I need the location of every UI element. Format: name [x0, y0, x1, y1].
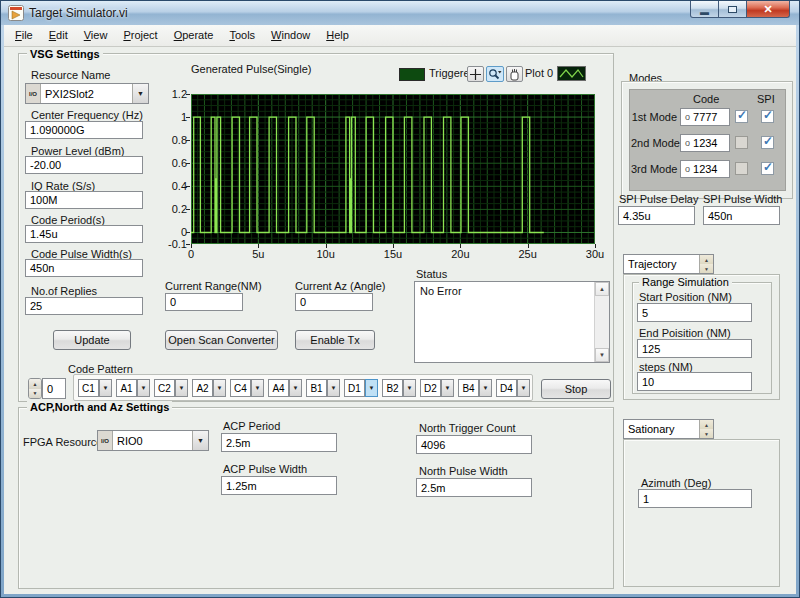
- code-slot-b4[interactable]: B4: [458, 379, 479, 397]
- current-az-value: 0: [295, 293, 373, 311]
- steps-nm-field[interactable]: 10: [637, 372, 752, 391]
- 3rd-mode-code-field[interactable]: o1234: [680, 160, 730, 178]
- spinner-down-icon[interactable]: ▼: [700, 429, 713, 438]
- code-slot-c2-dropdown[interactable]: ▼: [175, 379, 188, 397]
- menu-item-help[interactable]: Help: [318, 25, 357, 46]
- enable-tx-button[interactable]: Enable Tx: [295, 330, 375, 350]
- 2nd-mode-code-field[interactable]: o1234: [680, 134, 730, 152]
- x-tick-label-25u: 25u: [518, 248, 536, 260]
- 1st-mode-code-field[interactable]: o7777: [680, 108, 730, 126]
- plot-legend-label: Plot 0: [525, 67, 553, 79]
- 1st-mode-code-checkbox[interactable]: [735, 110, 748, 123]
- 2nd-mode-code-checkbox[interactable]: [735, 136, 748, 149]
- code-period-s-field[interactable]: 1.45u: [25, 225, 143, 243]
- code-slot-b1-dropdown[interactable]: ▼: [327, 379, 340, 397]
- code-slot-a1[interactable]: A1: [116, 379, 137, 397]
- spinner-down-icon[interactable]: ▼: [700, 264, 713, 273]
- code-slot-d1-dropdown[interactable]: ▼: [365, 379, 378, 397]
- code-pulse-width-s-field[interactable]: 450n: [25, 259, 143, 277]
- code-slot-c2[interactable]: C2: [154, 379, 175, 397]
- code-slot-b2-dropdown[interactable]: ▼: [403, 379, 416, 397]
- iq-rate-s-s-field[interactable]: 100M: [25, 191, 143, 209]
- menu-item-edit[interactable]: Edit: [41, 25, 76, 46]
- y-tick-mark: [186, 94, 190, 95]
- code-slot-c4[interactable]: C4: [230, 379, 251, 397]
- menu-item-tools[interactable]: Tools: [221, 25, 263, 46]
- north-trigger-count-field[interactable]: 4096: [416, 435, 532, 454]
- menu-item-window[interactable]: Window: [263, 25, 318, 46]
- fpga-resource-combo[interactable]: I/O RIO0 ▼: [97, 430, 209, 451]
- power-level-dbm-field[interactable]: -20.00: [25, 156, 143, 174]
- spinner-up-icon[interactable]: ▲: [700, 420, 713, 429]
- maximize-button[interactable]: [719, 1, 747, 18]
- close-button[interactable]: ✕: [747, 1, 790, 18]
- open-scan-converter-button[interactable]: Open Scan Converter: [165, 330, 278, 350]
- chevron-down-icon[interactable]: ▼: [132, 84, 148, 103]
- scroll-down-icon[interactable]: ▼: [595, 348, 609, 362]
- update-button[interactable]: Update: [53, 330, 131, 350]
- resource-name-combo[interactable]: I/O PXI2Slot2 ▼: [25, 83, 149, 104]
- code-slot-d4-dropdown[interactable]: ▼: [517, 379, 530, 397]
- 1st-mode-spi-checkbox[interactable]: [761, 110, 774, 123]
- menu-item-operate[interactable]: Operate: [166, 25, 222, 46]
- plot-legend-swatch[interactable]: [557, 66, 586, 81]
- x-tick-label-0: 0: [188, 248, 194, 260]
- no-of-replies-field[interactable]: 25: [25, 297, 143, 315]
- code-slot-b4-dropdown[interactable]: ▼: [479, 379, 492, 397]
- menu-item-project[interactable]: Project: [115, 25, 165, 46]
- status-box[interactable]: No Error ▲ ▼: [414, 281, 610, 363]
- code-slot-a4[interactable]: A4: [268, 379, 289, 397]
- chevron-down-icon[interactable]: ▼: [192, 431, 208, 450]
- spi-pulse-width-field[interactable]: 450n: [703, 206, 780, 225]
- 3rd-mode-spi-checkbox[interactable]: [761, 162, 774, 175]
- x-tick-mark: [326, 244, 327, 248]
- 2nd-mode-label: 2nd Mode: [631, 137, 677, 149]
- minimize-button[interactable]: ▬: [690, 1, 719, 18]
- azimuth-field[interactable]: 1: [638, 489, 752, 508]
- code-pattern-index-value[interactable]: 0: [42, 378, 66, 399]
- code-slot-b1[interactable]: B1: [306, 379, 327, 397]
- 3rd-mode-code-checkbox[interactable]: [735, 162, 748, 175]
- code-slot-d2[interactable]: D2: [420, 379, 441, 397]
- spinner-up-icon[interactable]: ▲: [29, 379, 41, 389]
- zoom-tool-button[interactable]: [486, 66, 504, 82]
- code-slot-a1-dropdown[interactable]: ▼: [137, 379, 150, 397]
- scroll-up-icon[interactable]: ▲: [595, 282, 609, 296]
- acp-pulse-width-field[interactable]: 1.25m: [221, 476, 337, 495]
- code-slot-c1[interactable]: C1: [78, 379, 99, 397]
- ring-spinner[interactable]: ▲▼: [699, 420, 713, 438]
- spi-pulse-delay-field[interactable]: 4.35u: [618, 206, 695, 225]
- code-slot-c1-dropdown[interactable]: ▼: [99, 379, 112, 397]
- north-pulse-width-field[interactable]: 2.5m: [416, 478, 532, 497]
- code-slot-a2[interactable]: A2: [192, 379, 213, 397]
- 2nd-mode-spi-checkbox[interactable]: [761, 136, 774, 149]
- code-pattern-index-spinner[interactable]: ▲▼: [28, 378, 42, 399]
- no-of-replies-label: No.of Replies: [31, 285, 97, 297]
- code-slot-d1[interactable]: D1: [344, 379, 365, 397]
- y-tick-mark: [186, 163, 190, 164]
- azimuth-label: Azimuth (Deg): [641, 477, 711, 489]
- code-slot-d4[interactable]: D4: [496, 379, 517, 397]
- spinner-down-icon[interactable]: ▼: [29, 389, 41, 399]
- menu-item-file[interactable]: File: [7, 25, 41, 46]
- acp-period-field[interactable]: 2.5m: [221, 433, 337, 452]
- stationary-mode-selector[interactable]: Sationary ▲▼: [623, 419, 714, 439]
- spinner-up-icon[interactable]: ▲: [700, 255, 713, 264]
- code-slot-c4-dropdown[interactable]: ▼: [251, 379, 264, 397]
- code-slot-d2-dropdown[interactable]: ▼: [441, 379, 454, 397]
- code-slot-a2-dropdown[interactable]: ▼: [213, 379, 226, 397]
- stop-button[interactable]: Stop: [541, 379, 611, 399]
- waveform-graph: [191, 94, 595, 244]
- code-slot-a4-dropdown[interactable]: ▼: [289, 379, 302, 397]
- end-poisition-nm-field[interactable]: 125: [637, 339, 752, 358]
- code-slot-b2[interactable]: B2: [382, 379, 403, 397]
- status-scrollbar[interactable]: ▲ ▼: [594, 282, 609, 362]
- y-tick-mark: [186, 186, 190, 187]
- cursor-tool-button[interactable]: [467, 66, 484, 82]
- menu-item-view[interactable]: View: [76, 25, 116, 46]
- trajectory-mode-selector[interactable]: Trajectory ▲▼: [623, 254, 714, 274]
- start-position-nm-field[interactable]: 5: [637, 303, 752, 322]
- pan-tool-button[interactable]: [506, 66, 523, 82]
- ring-spinner[interactable]: ▲▼: [699, 255, 713, 273]
- center-frequency-hz-field[interactable]: 1.090000G: [25, 121, 143, 139]
